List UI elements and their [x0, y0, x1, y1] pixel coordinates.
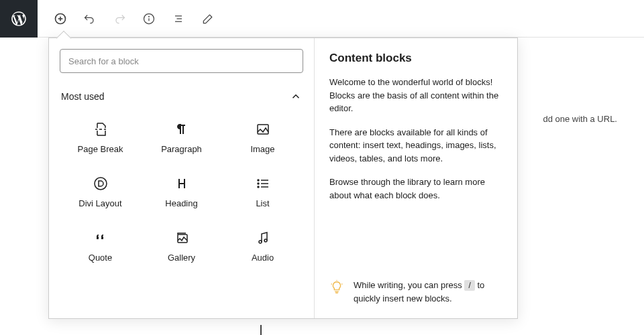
info-paragraph: There are blocks available for all kinds…	[329, 126, 502, 165]
list-outline-icon	[172, 12, 185, 25]
tip-key: /	[464, 280, 474, 291]
block-item-quote[interactable]: Quote	[60, 218, 141, 272]
svg-line-24	[341, 284, 342, 285]
redo-button[interactable]	[113, 12, 126, 25]
block-label: Audio	[252, 253, 274, 263]
chevron-up-icon	[290, 90, 302, 103]
block-label: Quote	[89, 253, 112, 263]
undo-icon	[83, 12, 97, 25]
category-title: Most used	[61, 91, 105, 102]
block-item-image[interactable]: Image	[222, 109, 303, 163]
heading-icon	[174, 176, 190, 192]
info-icon	[142, 12, 156, 25]
block-item-page-break[interactable]: Page Break	[60, 109, 141, 163]
divi-icon	[93, 176, 109, 192]
add-block-button[interactable]	[54, 12, 67, 25]
block-item-list[interactable]: List	[222, 163, 303, 218]
audio-icon	[255, 230, 271, 246]
info-button[interactable]	[142, 12, 156, 25]
svg-point-12	[258, 183, 259, 184]
wordpress-icon	[10, 10, 28, 27]
block-label: Heading	[165, 198, 197, 208]
svg-point-18	[259, 241, 262, 243]
undo-button[interactable]	[83, 12, 97, 25]
category-header-most-used[interactable]: Most used	[60, 81, 303, 109]
gallery-icon	[174, 230, 190, 246]
outline-button[interactable]	[172, 12, 185, 25]
tip: While writing, you can press / to quickl…	[329, 265, 502, 305]
svg-line-23	[331, 284, 332, 285]
block-label: Divi Layout	[78, 198, 121, 208]
redo-icon	[113, 12, 126, 25]
svg-point-10	[95, 178, 107, 190]
blocks-scroll[interactable]: Most used Page Break Paragraph Image	[49, 81, 314, 318]
block-label: Gallery	[168, 253, 195, 263]
inserter-info-panel: Content blocks Welcome to the wonderful …	[315, 38, 517, 318]
toolbar	[38, 12, 215, 25]
block-item-audio[interactable]: Audio	[222, 218, 303, 272]
top-bar	[0, 0, 644, 38]
plus-circle-icon	[54, 12, 67, 25]
search-wrap	[49, 38, 314, 81]
list-icon	[255, 176, 271, 192]
page-break-icon	[93, 121, 109, 137]
svg-point-19	[264, 239, 267, 242]
pencil-icon	[201, 12, 215, 25]
caret-line	[260, 325, 262, 335]
block-label: Paragraph	[161, 144, 202, 154]
image-icon	[255, 121, 271, 137]
tip-text: While writing, you can press / to quickl…	[354, 279, 502, 305]
info-paragraph: Welcome to the wonderful world of blocks…	[329, 76, 502, 115]
paragraph-icon	[174, 121, 190, 137]
block-label: Page Break	[78, 144, 123, 154]
svg-point-5	[149, 16, 150, 17]
block-item-paragraph[interactable]: Paragraph	[141, 109, 222, 163]
block-item-heading[interactable]: Heading	[141, 163, 222, 218]
block-grid: Page Break Paragraph Image Divi Layout H…	[60, 109, 303, 272]
quote-icon	[93, 230, 109, 246]
svg-point-11	[258, 180, 259, 181]
search-input[interactable]	[60, 49, 303, 73]
inserter-left-panel: Most used Page Break Paragraph Image	[49, 38, 315, 318]
block-item-gallery[interactable]: Gallery	[141, 218, 222, 272]
wp-logo[interactable]	[0, 0, 38, 38]
info-paragraph: Browse through the library to learn more…	[329, 176, 502, 202]
block-label: Image	[250, 144, 274, 154]
block-label: List	[256, 198, 269, 208]
edit-button[interactable]	[201, 12, 215, 25]
background-hint: dd one with a URL.	[543, 114, 617, 124]
lightbulb-icon	[329, 280, 344, 297]
svg-point-13	[258, 186, 259, 188]
block-item-divi-layout[interactable]: Divi Layout	[60, 163, 141, 218]
block-inserter-popover: Most used Page Break Paragraph Image	[48, 38, 518, 319]
info-title: Content blocks	[329, 52, 502, 65]
